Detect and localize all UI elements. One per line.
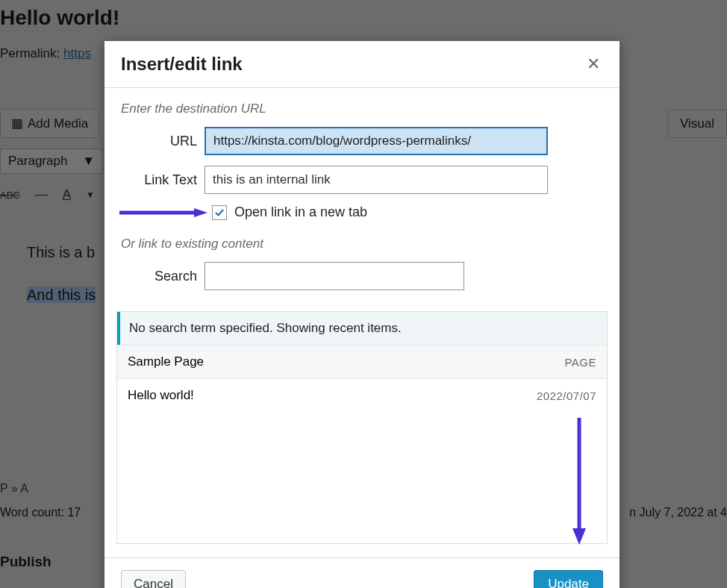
annotation-arrow-icon xyxy=(568,418,590,545)
newtab-checkbox[interactable] xyxy=(212,205,227,220)
result-title: Hello world! xyxy=(128,388,194,403)
url-label: URL xyxy=(121,134,205,149)
checkmark-icon xyxy=(214,207,225,218)
linktext-label: Link Text xyxy=(121,172,205,188)
results-empty-area xyxy=(117,412,607,543)
newtab-label: Open link in a new tab xyxy=(234,204,367,220)
update-button[interactable]: Update xyxy=(534,570,603,588)
result-row[interactable]: Sample Page PAGE xyxy=(117,345,607,378)
search-results-panel: No search term specified. Showing recent… xyxy=(116,311,608,544)
destination-hint: Enter the destination URL xyxy=(121,101,603,116)
cancel-button[interactable]: Cancel xyxy=(121,570,186,588)
results-message: No search term specified. Showing recent… xyxy=(117,312,607,345)
result-meta: PAGE xyxy=(564,356,596,369)
existing-content-hint: Or link to existing content xyxy=(121,237,603,251)
result-title: Sample Page xyxy=(128,354,204,369)
result-meta: 2022/07/07 xyxy=(537,390,596,402)
svg-marker-1 xyxy=(194,208,208,217)
url-input[interactable] xyxy=(205,127,548,155)
annotation-arrow-icon xyxy=(119,207,208,218)
modal-title: Insert/edit link xyxy=(121,54,243,75)
search-input[interactable] xyxy=(205,262,464,290)
result-row[interactable]: Hello world! 2022/07/07 xyxy=(117,378,607,412)
insert-link-modal: Insert/edit link ✕ Enter the destination… xyxy=(104,41,620,588)
linktext-input[interactable] xyxy=(205,166,548,194)
svg-marker-3 xyxy=(572,528,586,545)
modal-footer: Cancel Update xyxy=(104,557,620,588)
search-label: Search xyxy=(121,269,205,284)
modal-header: Insert/edit link ✕ xyxy=(104,41,620,88)
close-icon[interactable]: ✕ xyxy=(584,51,603,77)
